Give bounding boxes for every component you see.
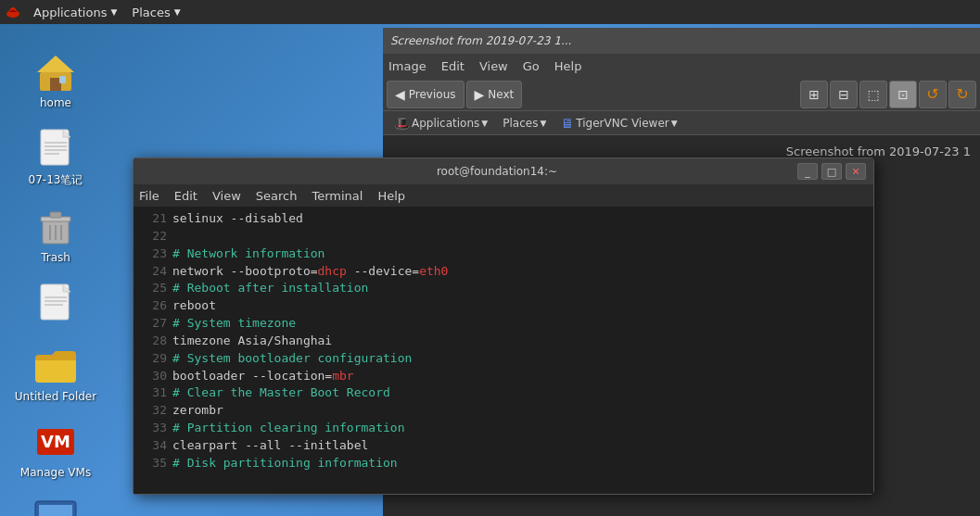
svg-marker-3	[37, 56, 74, 72]
zoom-out-icon[interactable]: ⊟	[830, 81, 858, 108]
terminal-line: 29# System bootloader configuration	[141, 350, 866, 368]
top-menubar: Applications ▼ Places ▼	[0, 0, 980, 24]
image-menu-edit[interactable]: Edit	[441, 59, 465, 73]
notes-label: 07-13笔记	[29, 172, 83, 188]
line-number: 30	[141, 368, 167, 385]
terminal-line: 32zerombr	[141, 402, 866, 420]
line-number: 23	[141, 245, 167, 263]
image-menu-go[interactable]: Go	[523, 59, 540, 73]
plain-text: network --bootproto=	[172, 264, 318, 278]
places-menu[interactable]: Places ▼	[124, 0, 187, 24]
terminal-content: 21selinux --disabled2223# Network inform…	[134, 207, 873, 494]
image-viewer-toolbar: ◀ Previous ▶ Next ⊞ ⊟ ⬚ ⊡ ↺ ↻	[383, 78, 980, 111]
zoom-in-icon[interactable]: ⊞	[800, 81, 828, 108]
desktop-icon-view-desktop[interactable]: View desktop	[9, 492, 102, 516]
line-number: 31	[141, 384, 167, 402]
svg-rect-24	[39, 505, 72, 516]
terminal-menu-view[interactable]: View	[212, 189, 241, 203]
terminal-line: 33# Partition clearing information	[141, 420, 866, 437]
terminal-line: 25# Reboot after installation	[141, 280, 866, 297]
svg-text:VM: VM	[41, 432, 70, 451]
comment-text: # Clear the Master Boot Record	[172, 385, 390, 399]
comment-text: # System timezone	[172, 316, 296, 330]
plain-text: --device=	[347, 264, 419, 278]
desktop-icon-document2[interactable]	[9, 277, 102, 331]
terminal-line: 24network --bootproto=dhcp --device=eth0	[141, 263, 866, 281]
nav-applications-icon: 🎩	[394, 116, 410, 131]
terminal-title: root@foundation14:~	[197, 165, 797, 178]
terminal-line: 23# Network information	[141, 245, 866, 263]
nav-places-arrow: ▼	[540, 119, 546, 128]
close-button[interactable]: ✕	[846, 163, 866, 180]
line-number: 25	[141, 280, 167, 297]
fit-icon[interactable]: ⬚	[859, 81, 887, 108]
titlebar-controls: _ □ ✕	[797, 163, 866, 180]
terminal-menu-edit[interactable]: Edit	[174, 189, 197, 203]
terminal-line: 28timezone Asia/Shanghai	[141, 333, 866, 350]
keyword-red: mbr	[332, 369, 353, 383]
trash-label: Trash	[41, 251, 70, 264]
previous-icon: ◀	[395, 87, 405, 102]
next-button[interactable]: ▶ Next	[466, 81, 523, 108]
plain-text: bootloader --location=	[172, 369, 332, 383]
line-number: 26	[141, 297, 167, 315]
plain-text: timezone Asia/Shanghai	[172, 334, 332, 347]
rotate-left-icon[interactable]: ↺	[919, 81, 947, 108]
keyword-red: dhcp	[318, 264, 347, 278]
desktop-icons: home 07-13笔记	[0, 28, 148, 516]
desktop-icon-notes[interactable]: 07-13笔记	[9, 122, 102, 192]
plain-text: clearpart --all --initlabel	[172, 438, 368, 452]
places-arrow: ▼	[174, 7, 181, 17]
terminal-line: 21selinux --disabled	[141, 210, 866, 228]
manage-vms-label: Manage VMs	[20, 466, 91, 479]
applications-menu[interactable]: Applications ▼	[26, 0, 124, 24]
plain-text: reboot	[172, 298, 216, 312]
minimize-button[interactable]: _	[797, 163, 818, 180]
line-number: 33	[141, 420, 167, 437]
terminal-menu-help[interactable]: Help	[377, 189, 405, 203]
terminal-line: 34clearpart --all --initlabel	[141, 437, 866, 455]
terminal-menu-search[interactable]: Search	[256, 189, 298, 203]
fullscreen-icon[interactable]: ⊡	[889, 81, 917, 108]
terminal-line: 30bootloader --location=mbr	[141, 368, 866, 385]
terminal-line: 31# Clear the Master Boot Record	[141, 384, 866, 402]
desktop-icon-trash[interactable]: Trash	[9, 201, 102, 268]
comment-text: # Partition clearing information	[172, 421, 404, 434]
desktop-icon-home[interactable]: home	[9, 46, 102, 113]
previous-button[interactable]: ◀ Previous	[387, 81, 465, 108]
image-menu-view[interactable]: View	[479, 59, 508, 73]
home-label: home	[40, 96, 71, 109]
desktop-icon-manage-vms[interactable]: VM Manage VMs	[9, 416, 102, 483]
nav-tigervnc[interactable]: 🖥 TigerVNC Viewer ▼	[555, 113, 682, 133]
image-viewer-title: Screenshot from 2019-07-23 1...	[390, 34, 571, 47]
terminal-menu-file[interactable]: File	[139, 189, 159, 203]
terminal-line: 27# System timezone	[141, 315, 866, 333]
nav-places[interactable]: Places ▼	[497, 113, 552, 133]
desktop: Applications ▼ Places ▼ home	[0, 0, 980, 516]
line-number: 21	[141, 210, 167, 228]
keyword-red: eth0	[419, 264, 448, 278]
terminal-menu-terminal[interactable]: Terminal	[312, 189, 363, 203]
image-menu-help[interactable]: Help	[554, 59, 582, 73]
maximize-button[interactable]: □	[821, 163, 842, 180]
next-icon: ▶	[475, 87, 485, 102]
image-viewer-titlebar: Screenshot from 2019-07-23 1...	[383, 28, 980, 54]
terminal-window: root@foundation14:~ _ □ ✕ File Edit View…	[133, 157, 874, 495]
line-number: 28	[141, 333, 167, 350]
line-number: 34	[141, 437, 167, 455]
desktop-icon-untitled-folder[interactable]: Untitled Folder	[9, 340, 102, 407]
document2-icon	[33, 281, 78, 325]
image-menu-image[interactable]: Image	[388, 59, 426, 73]
manage-vms-icon: VM	[33, 420, 78, 464]
line-number: 32	[141, 402, 167, 420]
applications-arrow: ▼	[110, 7, 117, 17]
line-number: 29	[141, 350, 167, 368]
notes-icon	[33, 126, 78, 170]
rotate-right-icon[interactable]: ↻	[948, 81, 976, 108]
untitled-folder-icon	[33, 344, 78, 388]
screenshot-timestamp: Screenshot from 2019-07-23 1	[786, 145, 971, 158]
nav-tigervnc-arrow: ▼	[671, 119, 678, 128]
svg-rect-5	[59, 76, 66, 83]
distro-icon	[4, 3, 22, 21]
nav-applications[interactable]: 🎩 Applications ▼	[388, 113, 493, 133]
